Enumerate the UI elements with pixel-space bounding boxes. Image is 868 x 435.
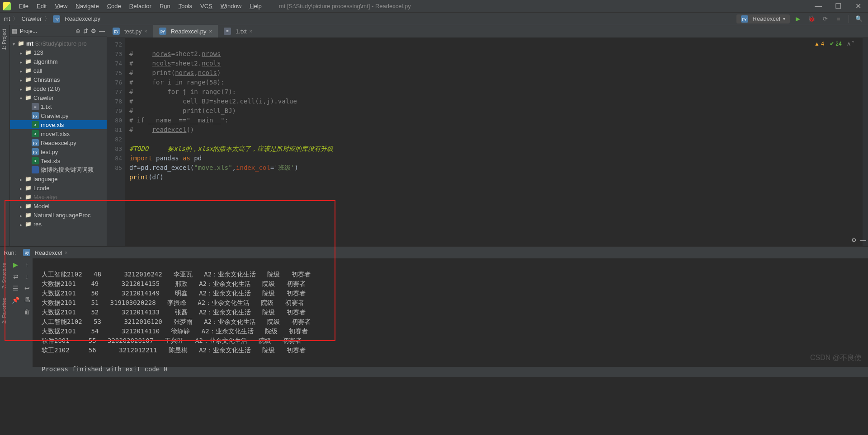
hide-icon[interactable]: — (860, 237, 866, 243)
window-title: mt [S:\Study\picture processing\mt] - Re… (279, 3, 411, 9)
layout-button[interactable]: ⇄ (13, 273, 19, 280)
down-icon[interactable]: ↓ (25, 273, 28, 280)
bc-folder[interactable]: Crawler (21, 15, 42, 22)
menu-run[interactable]: Run (156, 1, 174, 11)
inspection-widget[interactable]: ▲ 4 ✔ 24 ʌ ˅ (814, 41, 854, 47)
menu-refactor[interactable]: Refactor (126, 1, 155, 11)
settings-icon[interactable]: ⚙ (91, 28, 96, 34)
tree-folder-crawler[interactable]: Crawler (10, 93, 107, 102)
tree-file[interactable]: 微博热搜关键词词频 (10, 165, 107, 174)
breadcrumb: mt〉 Crawler〉 Readexcel.py (4, 15, 100, 23)
editor-overview-ruler[interactable] (863, 38, 868, 246)
pin-button[interactable]: 📌 (12, 296, 19, 304)
menu-tools[interactable]: Tools (175, 1, 196, 11)
project-pane: ▦ Proje... ⊕ ⇵ ⚙ — mt S:\Study\picture p… (10, 25, 107, 246)
python-icon (53, 15, 60, 23)
chevron-icon[interactable]: ʌ ˅ (847, 41, 854, 47)
tree-folder[interactable]: Model (10, 201, 107, 210)
project-tool-tab[interactable]: 1: Project (0, 25, 8, 53)
run-button[interactable]: ▶ (793, 14, 803, 24)
tab-readexcel[interactable]: Readexcel.py× (153, 25, 218, 37)
run-config-label: Readexcel (753, 15, 780, 22)
tree-root[interactable]: mt S:\Study\picture pro (10, 39, 107, 48)
run-tool-window: Run: Readexcel × ⚙ — 7: Structure 2: Fav… (0, 246, 868, 367)
watermark: CSDN @不良使 (810, 353, 862, 363)
tree-folder[interactable]: Christmas (10, 75, 107, 84)
code-editor[interactable]: 7273747576777879808182838485 # norws=she… (107, 38, 868, 246)
stop-button[interactable]: ■ (833, 14, 844, 24)
menu-view[interactable]: View (51, 1, 71, 11)
tree-folder-excluded[interactable]: Max algo (10, 192, 107, 201)
up-icon[interactable]: ↑ (25, 261, 28, 268)
menu-vcs[interactable]: VCS (197, 1, 216, 11)
tree-folder[interactable]: NaturalLanguageProc (10, 210, 107, 220)
tree-file[interactable]: 1.txt (10, 102, 107, 111)
title-bar: File Edit View Navigate Code Refactor Ru… (0, 0, 868, 13)
tree-folder[interactable]: language (10, 174, 107, 183)
hide-icon[interactable]: — (99, 28, 105, 34)
coverage-button[interactable]: ⟳ (820, 14, 830, 24)
print-icon[interactable]: 🖶 (24, 296, 30, 304)
close-tab-icon[interactable]: × (250, 28, 252, 34)
structure-tool-tab[interactable]: 7: Structure (0, 258, 8, 293)
menu-edit[interactable]: Edit (33, 1, 50, 11)
run-tab[interactable]: Readexcel × (20, 248, 70, 257)
bc-file[interactable]: Readexcel.py (65, 15, 100, 22)
settings-icon[interactable]: ⚙ (851, 237, 857, 243)
tree-file[interactable]: moveT.xlsx (10, 129, 107, 138)
project-label: Proje... (20, 28, 37, 34)
project-view-icon[interactable]: ▦ (12, 28, 17, 34)
debug-button[interactable]: 🐞 (806, 14, 817, 24)
menu-navigate[interactable]: Navigate (72, 1, 102, 11)
tree-folder[interactable]: res (10, 220, 107, 229)
warning-icon[interactable]: ▲ 4 (814, 41, 824, 47)
console-output[interactable]: 人工智能2102 48 3212016242 李亚瓦 A2：业余文化生活 院级 … (33, 258, 868, 367)
tree-folder[interactable]: Lcode (10, 183, 107, 192)
tree-folder[interactable]: 123 (10, 48, 107, 57)
main-menu: File Edit View Navigate Code Refactor Ru… (15, 1, 265, 11)
close-tab-icon[interactable]: × (65, 250, 67, 255)
close-tab-icon[interactable]: × (209, 28, 212, 34)
tab-txt[interactable]: 1.txt× (218, 25, 258, 37)
search-button[interactable]: 🔍 (854, 14, 864, 24)
tree-file-selected[interactable]: move.xls (10, 120, 107, 129)
navigation-bar: mt〉 Crawler〉 Readexcel.py Readexcel ▾ ▶ … (0, 13, 868, 25)
rerun-button[interactable]: ▶ (13, 261, 18, 268)
close-tab-icon[interactable]: × (144, 28, 147, 34)
menu-help[interactable]: Help (246, 1, 265, 11)
collapse-icon[interactable]: ⇵ (83, 28, 88, 34)
tree-folder[interactable]: code (2.0) (10, 84, 107, 93)
tree-folder[interactable]: algorithm (10, 57, 107, 66)
menu-file[interactable]: File (15, 1, 32, 11)
left-tool-strip: 1: Project (0, 25, 10, 246)
trash-icon[interactable]: 🗑 (24, 308, 30, 315)
maximize-icon[interactable]: ☐ (828, 0, 848, 13)
tree-file[interactable]: Readexcel.py (10, 138, 107, 147)
favorites-tool-tab[interactable]: 2: Favorites (0, 293, 8, 328)
python-icon (741, 15, 748, 23)
target-icon[interactable]: ⊕ (75, 28, 80, 34)
tree-file[interactable]: Test.xls (10, 156, 107, 165)
minimize-icon[interactable]: — (808, 0, 828, 13)
run-title: Run: (4, 249, 16, 256)
line-gutter: 7273747576777879808182838485 (107, 38, 125, 246)
tree-file[interactable]: Crawler.py (10, 111, 107, 120)
ok-icon[interactable]: ✔ 24 (830, 41, 842, 47)
tree-file[interactable]: test.py (10, 147, 107, 156)
wrap-icon[interactable]: ↩ (24, 285, 30, 292)
run-config-selector[interactable]: Readexcel ▾ (736, 14, 790, 23)
tree-folder[interactable]: call (10, 66, 107, 75)
menu-window[interactable]: Window (217, 1, 245, 11)
tab-test[interactable]: test.py× (107, 25, 153, 37)
code-area[interactable]: # norws=sheet2.nrows # ncols=sheet2.ncol… (125, 38, 868, 246)
bc-root[interactable]: mt (4, 15, 10, 22)
project-tree[interactable]: mt S:\Study\picture pro 123 algorithm ca… (10, 37, 107, 230)
left-tool-strip-bottom: 7: Structure 2: Favorites (0, 258, 10, 367)
down-button[interactable]: ☰ (13, 285, 19, 292)
editor-tabs: test.py× Readexcel.py× 1.txt× (107, 25, 868, 38)
app-logo-icon (3, 2, 11, 10)
close-icon[interactable]: ✕ (848, 0, 868, 13)
menu-code[interactable]: Code (104, 1, 125, 11)
